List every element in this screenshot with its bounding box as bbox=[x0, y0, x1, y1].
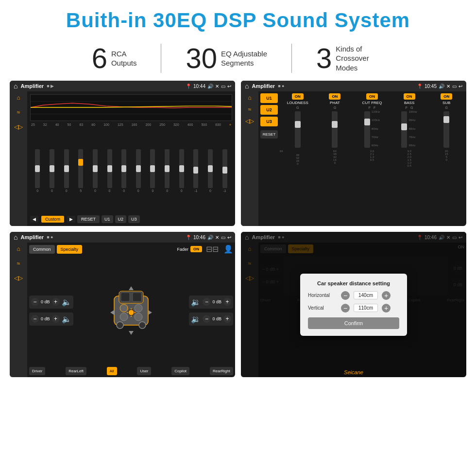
fader-bottom-btns: Driver RearLeft All User Copilot RearRig… bbox=[29, 367, 233, 375]
vertical-minus[interactable]: − bbox=[341, 304, 350, 313]
custom-button[interactable]: Custom bbox=[41, 216, 64, 223]
confirm-button[interactable]: Confirm bbox=[308, 317, 399, 329]
preset-u3[interactable]: U3 bbox=[260, 117, 278, 126]
rear-left-button[interactable]: RearLeft bbox=[66, 367, 86, 375]
preset-u2[interactable]: U2 bbox=[260, 105, 278, 115]
all-button[interactable]: All bbox=[107, 367, 117, 375]
stat-crossover: 3 Kinds ofCrossover Modes bbox=[292, 44, 408, 73]
stat-crossover-number: 3 bbox=[316, 44, 332, 72]
window-icon-3[interactable]: ▭ bbox=[221, 235, 225, 240]
eq-slider-col: 0 bbox=[150, 149, 155, 192]
screen2-dots: ■ ● bbox=[278, 84, 284, 88]
dialog-vertical-row: Vertical − 110cm + bbox=[308, 304, 399, 313]
crossover-channels: ON LOUDNESS G 64 48 32 16 bbox=[280, 93, 464, 224]
home-icon-2[interactable]: ⌂ bbox=[245, 82, 249, 90]
sidebar-icon-1c[interactable]: ◁▷ bbox=[14, 123, 23, 130]
fader-cell-fl: − 0 dB + 🔈 bbox=[29, 296, 73, 309]
status-right-1: 📍 10:44 🔊 ✕ ▭ ↩ bbox=[186, 84, 231, 89]
home-icon-3[interactable]: ⌂ bbox=[14, 233, 17, 241]
eq-slider-col: 0 bbox=[64, 149, 69, 192]
eq-slider-col: -1 bbox=[222, 149, 227, 192]
close-icon-2[interactable]: ✕ bbox=[446, 84, 450, 89]
vertical-plus[interactable]: + bbox=[382, 304, 391, 313]
header-section: Buith-in 30EQ DSP Sound System bbox=[0, 0, 476, 37]
rear-right-button[interactable]: RearRight bbox=[210, 367, 233, 375]
car-svg bbox=[109, 284, 153, 337]
sidebar-icon-2a[interactable]: ⌂ bbox=[248, 94, 251, 101]
eq-slider-col: 0 bbox=[208, 149, 213, 192]
horizontal-label: Horizontal bbox=[308, 293, 337, 298]
sidebar-icon-3a[interactable]: ⌂ bbox=[17, 245, 20, 252]
rl-minus[interactable]: − bbox=[31, 315, 39, 323]
loudness-on[interactable]: ON bbox=[292, 93, 304, 100]
phat-on[interactable]: ON bbox=[329, 93, 340, 100]
reset-button[interactable]: RESET bbox=[77, 215, 100, 223]
copilot-button[interactable]: Copilot bbox=[171, 367, 189, 375]
eq-slider-track[interactable] bbox=[35, 149, 40, 188]
close-icon-3[interactable]: ✕ bbox=[215, 235, 219, 240]
dialog-horizontal-row: Horizontal − 140cm + bbox=[308, 291, 399, 300]
horizontal-plus[interactable]: + bbox=[382, 291, 391, 300]
fr-plus[interactable]: + bbox=[223, 298, 231, 306]
bass-on[interactable]: ON bbox=[404, 93, 415, 100]
window-icon-1[interactable]: ▭ bbox=[221, 84, 225, 89]
rr-minus[interactable]: − bbox=[203, 315, 210, 323]
next-button[interactable]: ▶ bbox=[67, 216, 75, 223]
svg-point-6 bbox=[117, 322, 123, 329]
svg-rect-9 bbox=[133, 293, 141, 301]
sidebar-icon-2c[interactable]: ◁▷ bbox=[245, 118, 254, 124]
fader-toggle-icon[interactable]: ⊟⊟ bbox=[206, 244, 219, 254]
tab-specialty[interactable]: Specialty bbox=[57, 245, 83, 254]
eq-sliders: 0 0 0 5 0 bbox=[30, 128, 232, 213]
sidebar-icon-1b[interactable]: ≈ bbox=[17, 109, 20, 116]
stat-eq-text: EQ AdjustableSegments bbox=[221, 49, 267, 68]
svg-point-7 bbox=[139, 322, 146, 329]
fr-minus[interactable]: − bbox=[203, 298, 210, 306]
back-icon-2[interactable]: ↩ bbox=[459, 84, 462, 89]
fader-on-button[interactable]: ON bbox=[190, 246, 202, 252]
channel-bass: ON BASS F G 100Hz 90Hz 80Hz 70Hz bbox=[391, 93, 427, 224]
preset-u1[interactable]: U1 bbox=[260, 93, 278, 103]
page-title: Buith-in 30EQ DSP Sound System bbox=[0, 9, 476, 32]
more-icon[interactable]: » bbox=[229, 123, 231, 126]
cutfreq-on[interactable]: ON bbox=[366, 93, 378, 100]
tab-common[interactable]: Common bbox=[29, 245, 55, 254]
horizontal-minus[interactable]: − bbox=[341, 291, 350, 300]
u3-button[interactable]: U3 bbox=[128, 215, 140, 223]
rl-plus[interactable]: + bbox=[52, 315, 60, 323]
screen1-main: 25 32 40 50 63 80 100 125 160 200 250 32… bbox=[27, 91, 235, 226]
channel-cutfreq: ON CUT FREQ F F 120Hz 100Hz 80Hz 70 bbox=[354, 93, 390, 224]
sub-on[interactable]: ON bbox=[441, 93, 452, 100]
sidebar-icon-3c[interactable]: ◁▷ bbox=[14, 275, 23, 281]
svg-point-11 bbox=[135, 304, 142, 312]
sidebar-icon-3b[interactable]: ≈ bbox=[17, 260, 20, 267]
svg-point-14 bbox=[128, 310, 134, 315]
eq-slider-col: 0 bbox=[165, 149, 170, 192]
prev-button[interactable]: ◀ bbox=[30, 216, 38, 223]
status-right-2: 📍 10:45 🔊 ✕ ▭ ↩ bbox=[417, 84, 462, 89]
fl-minus[interactable]: − bbox=[31, 298, 39, 306]
window-icon-2[interactable]: ▭ bbox=[452, 84, 457, 89]
fl-plus[interactable]: + bbox=[52, 298, 60, 306]
eq-slider-col: 0 bbox=[136, 149, 141, 192]
sidebar-icon-1a[interactable]: ⌂ bbox=[17, 94, 20, 101]
back-icon-3[interactable]: ↩ bbox=[227, 235, 231, 240]
svg-point-12 bbox=[120, 313, 128, 321]
profile-icon[interactable]: 👤 bbox=[223, 244, 233, 254]
stat-eq: 30 EQ AdjustableSegments bbox=[161, 44, 291, 72]
back-icon-1[interactable]: ↩ bbox=[227, 84, 231, 89]
screen2-content: ⌂ ≈ ◁▷ U1 U2 U3 RESET ON LOUDNESS G bbox=[241, 91, 466, 226]
user-button[interactable]: User bbox=[137, 367, 151, 375]
crossover-reset[interactable]: RESET bbox=[260, 130, 278, 139]
sidebar-icon-2b[interactable]: ≈ bbox=[248, 106, 252, 113]
screen-crossover: ⌂ Amplifier ■ ● 📍 10:45 🔊 ✕ ▭ ↩ ⌂ ≈ ◁▷ bbox=[241, 81, 466, 226]
close-icon-1[interactable]: ✕ bbox=[215, 84, 219, 89]
driver-button[interactable]: Driver bbox=[29, 367, 45, 375]
u2-button[interactable]: U2 bbox=[115, 215, 127, 223]
u1-button[interactable]: U1 bbox=[102, 215, 113, 223]
screens-grid: ⌂ Amplifier ■ ▶ 📍 10:44 🔊 ✕ ▭ ↩ ⌂ ≈ ◁▷ bbox=[0, 81, 476, 382]
screen2-sidebar: ⌂ ≈ ◁▷ bbox=[241, 91, 258, 226]
home-icon-1[interactable]: ⌂ bbox=[14, 82, 17, 90]
channel-loudness: ON LOUDNESS G 64 48 32 16 bbox=[280, 93, 316, 224]
rr-plus[interactable]: + bbox=[223, 315, 231, 323]
